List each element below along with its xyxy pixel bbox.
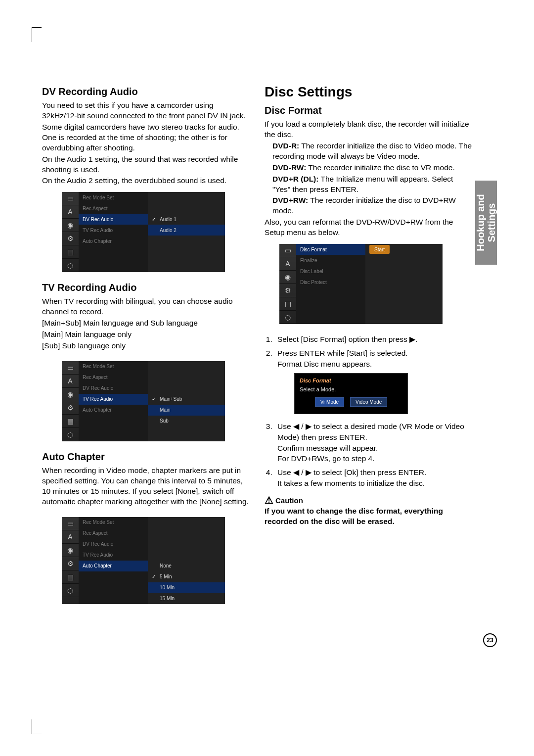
menu-item-selected: Disc Format [296, 244, 365, 255]
menu-option-label: Audio 2 [160, 228, 177, 233]
dvd-r-label: DVD-R: [272, 142, 299, 150]
panel-icon: ◌ [62, 584, 79, 597]
tv-audio-heading: TV Recording Audio [42, 282, 250, 293]
step-4: Use ◀ / ▶ to select [Ok] then press ENTE… [274, 467, 472, 488]
left-column: DV Recording Audio You need to set this … [42, 84, 250, 614]
auto-chapter-heading: Auto Chapter [42, 451, 250, 463]
page-content: Hookup and Settings 23 DV Recording Audi… [37, 30, 497, 726]
step-2: Press ENTER while [Start] is selected. F… [274, 348, 472, 369]
step-3: Use ◀ / ▶ to select a desired mode (VR M… [274, 421, 472, 464]
menu-item-selected: TV Rec Audio [79, 394, 148, 405]
right-column: Disc Settings Disc Format If you load a … [265, 84, 472, 614]
dv-audio-p2: Some digital camcorders have two stereo … [42, 122, 250, 153]
page-number: 23 [483, 633, 497, 647]
menu-item: Rec Mode Set [79, 517, 148, 528]
menu-item: TV Rec Audio [79, 225, 148, 236]
section-tab-line1: Hookup and [475, 194, 486, 251]
warning-icon: ⚠ [265, 494, 273, 506]
menu-item: TV Rec Audio [79, 550, 148, 561]
menu-option: 15 Min [148, 593, 225, 604]
menu-option: ✓Main+Sub [148, 394, 225, 405]
panel-icon: ⚙ [279, 284, 296, 297]
menu-option-label: Sub [160, 418, 169, 424]
disc-format-intro: If you load a completely blank disc, the… [265, 119, 472, 140]
menu-item: Rec Aspect [79, 372, 148, 383]
dvd-rw-text: The recorder initialize the disc to VR m… [306, 163, 454, 172]
panel-icon: ▤ [62, 570, 79, 584]
dvd-r-dl-label: DVD+R (DL): [272, 175, 318, 183]
menu-item: Finalize [296, 255, 365, 266]
menu-option: Sub [148, 416, 225, 426]
panel-icon: ▭ [62, 361, 79, 375]
start-option: Start [365, 244, 443, 255]
section-tab-line2: Settings [486, 203, 497, 242]
panel-icon: ⚙ [62, 232, 79, 245]
dvd-rw-label: DVD-RW: [272, 163, 306, 172]
dialog-title: Disc Format [300, 378, 402, 383]
disc-format-steps-cont: Use ◀ / ▶ to select a desired mode (VR M… [274, 421, 472, 488]
step-2a: Press ENTER while [Start] is selected. [277, 349, 408, 357]
disc-settings-title: Disc Settings [265, 84, 472, 100]
panel-icon: ◌ [279, 311, 296, 324]
menu-item: DV Rec Audio [79, 383, 148, 394]
disc-format-also: Also, you can reformat the DVD-RW/DVD+RW… [265, 217, 472, 238]
menu-item: Auto Chapter [79, 405, 148, 416]
menu-option: Main [148, 405, 225, 416]
menu-option-label: None [160, 563, 172, 568]
menu-item: Auto Chapter [79, 236, 148, 246]
menu-option-label: Main [160, 407, 171, 413]
step-3a: Use ◀ / ▶ to select a desired mode (VR M… [277, 422, 464, 441]
caution-label-text: Caution [275, 496, 303, 505]
menu-option: None [148, 561, 225, 571]
panel-icon: A [62, 375, 79, 388]
panel-icon: ▭ [62, 192, 79, 205]
menu-option: 10 Min [148, 582, 225, 593]
auto-chapter-p1: When recording in Video mode, chapter ma… [42, 466, 250, 507]
panel-icon: A [279, 257, 296, 271]
dv-audio-menu: ▭ A ◉ ⚙ ▤ ◌ Rec Mode Set Rec Aspect DV R… [62, 192, 225, 272]
dvd-r-dl-line: DVD+R (DL): The Initialize menu will app… [272, 174, 472, 195]
panel-icon: ◌ [62, 428, 79, 441]
panel-icon: ▤ [279, 297, 296, 311]
section-tab: Hookup and Settings [475, 181, 497, 265]
dvd-rw-line: DVD-RW: The recorder initialize the disc… [272, 163, 472, 173]
menu-item-selected: DV Rec Audio [79, 214, 148, 225]
menu-option: Audio 2 [148, 225, 225, 236]
menu-option-label: Audio 1 [160, 217, 177, 222]
step-4b: It takes a few moments to initialize the… [277, 479, 425, 487]
panel-icon: ◉ [62, 219, 79, 232]
panel-icon: ◉ [279, 271, 296, 284]
caution-text: If you want to change the disc format, e… [265, 506, 472, 527]
menu-item: Rec Mode Set [79, 361, 148, 372]
panel-icon: A [62, 205, 79, 219]
vr-mode-button: Vr Mode [315, 397, 344, 407]
panel-icon: ◉ [62, 544, 79, 557]
dvd-r-line: DVD-R: The recorder initialize the disc … [272, 141, 472, 162]
panel-icon: ▤ [62, 245, 79, 259]
tv-audio-p1: When TV recording with bilingual, you ca… [42, 296, 250, 317]
tv-audio-menu: ▭ A ◉ ⚙ ▤ ◌ Rec Mode Set Rec Aspect DV R… [62, 361, 225, 441]
menu-option-label: 5 Min [160, 574, 172, 579]
menu-option: ✓5 Min [148, 571, 225, 582]
caution-heading: ⚠ Caution [265, 494, 303, 506]
dialog-subtitle: Select a Mode. [300, 386, 402, 392]
panel-icon: ◌ [62, 259, 79, 272]
menu-option-label: Main+Sub [160, 396, 182, 402]
auto-chapter-menu: ▭ A ◉ ⚙ ▤ ◌ Rec Mode Set Rec Aspect DV R… [62, 517, 225, 604]
step-4a: Use ◀ / ▶ to select [Ok] then press ENTE… [277, 468, 426, 476]
menu-item: DV Rec Audio [79, 539, 148, 550]
step-3c: For DVD+RWs, go to step 4. [277, 454, 375, 463]
panel-icon: ▤ [62, 415, 79, 428]
menu-item: Disc Protect [296, 277, 365, 287]
step-3b: Confirm message will appear. [277, 444, 378, 452]
menu-item-selected: Auto Chapter [79, 561, 148, 571]
dv-audio-p1: You need to set this if you have a camco… [42, 100, 250, 121]
tv-audio-l3: [Sub] Sub language only [42, 341, 250, 351]
disc-format-heading: Disc Format [265, 105, 472, 116]
panel-icon: ⚙ [62, 401, 79, 415]
video-mode-button: Video Mode [350, 397, 387, 407]
menu-option-label: 15 Min [160, 596, 175, 601]
menu-item: Rec Mode Set [79, 192, 148, 203]
start-button: Start [369, 245, 390, 254]
menu-item: Rec Aspect [79, 203, 148, 214]
